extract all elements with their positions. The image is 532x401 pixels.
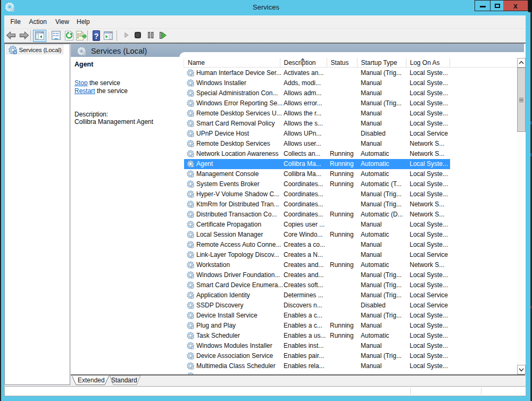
- svg-text:?: ?: [94, 32, 99, 40]
